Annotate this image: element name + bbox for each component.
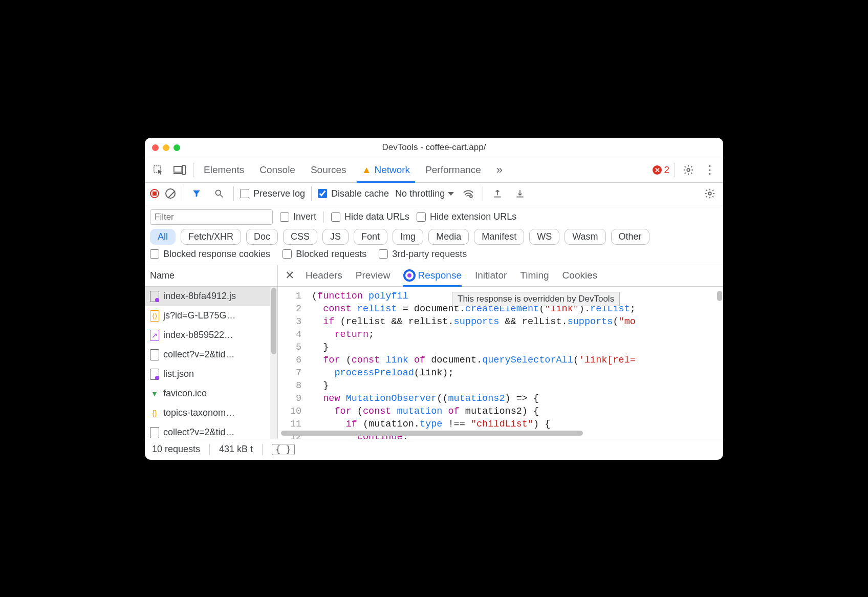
third-party-checkbox[interactable]: 3rd-party requests xyxy=(379,249,467,260)
request-count: 10 requests xyxy=(152,444,200,455)
export-har-icon[interactable] xyxy=(512,185,528,202)
scrollbar-thumb[interactable] xyxy=(271,288,276,354)
detail-tab-timing[interactable]: Timing xyxy=(520,265,549,286)
detail-tabs: ✕ HeadersPreviewResponseInitiatorTimingC… xyxy=(278,265,723,287)
hide-data-urls-label: Hide data URLs xyxy=(344,211,409,222)
panel-tab-elements[interactable]: Elements xyxy=(199,158,249,182)
record-button[interactable] xyxy=(150,189,159,198)
inspect-icon[interactable] xyxy=(150,162,166,178)
detail-tab-response[interactable]: Response xyxy=(403,265,462,287)
third-party-label: 3rd-party requests xyxy=(392,249,467,260)
request-row[interactable]: ▼favicon.ico xyxy=(145,384,277,403)
panel-tab-network[interactable]: ▲Network xyxy=(357,158,416,183)
panel-tab-performance[interactable]: Performance xyxy=(420,158,486,182)
request-detail-pane: ✕ HeadersPreviewResponseInitiatorTimingC… xyxy=(278,265,723,439)
request-row[interactable]: index-8bfa4912.js xyxy=(145,287,277,306)
settings-icon[interactable] xyxy=(680,162,697,178)
detail-tab-headers[interactable]: Headers xyxy=(306,265,342,286)
kebab-menu-icon[interactable]: ⋮ xyxy=(702,162,718,178)
titlebar: DevTools - coffee-cart.app/ xyxy=(145,138,723,158)
blocked-cookies-checkbox[interactable]: Blocked response cookies xyxy=(150,249,270,260)
type-chip-media[interactable]: Media xyxy=(428,229,469,245)
filter-toggle-icon[interactable] xyxy=(188,185,205,202)
device-toolbar-icon[interactable] xyxy=(171,162,188,178)
panel-tab-console[interactable]: Console xyxy=(254,158,300,182)
disable-cache-checkbox[interactable]: Disable cache xyxy=(318,188,389,199)
vertical-scrollbar[interactable] xyxy=(270,287,277,439)
divider xyxy=(233,186,234,201)
close-detail-button[interactable]: ✕ xyxy=(285,269,294,282)
minimize-window-button[interactable] xyxy=(163,144,169,151)
override-tooltip: This response is overridden by DevTools xyxy=(452,292,620,306)
name-column-header[interactable]: Name xyxy=(145,265,277,287)
type-chip-doc[interactable]: Doc xyxy=(246,229,278,245)
error-icon: ✕ xyxy=(653,165,662,175)
request-row[interactable]: list.json xyxy=(145,365,277,384)
request-name: index-8bfa4912.js xyxy=(163,291,236,302)
filter-input[interactable] xyxy=(150,209,273,225)
network-conditions-icon[interactable] xyxy=(460,185,476,202)
code-vertical-scrollbar[interactable] xyxy=(717,291,722,301)
chevron-down-icon xyxy=(448,192,454,196)
type-chip-fetchxhr[interactable]: Fetch/XHR xyxy=(181,229,241,245)
scrollbar-thumb[interactable] xyxy=(281,431,583,436)
request-name: collect?v=2&tid… xyxy=(163,349,235,360)
request-row[interactable]: {}topics-taxonom… xyxy=(145,403,277,423)
code-content[interactable]: (function polyfil const relList = docume… xyxy=(307,287,723,439)
type-chip-all[interactable]: All xyxy=(150,229,176,245)
detail-tab-preview[interactable]: Preview xyxy=(356,265,390,286)
zoom-window-button[interactable] xyxy=(173,144,180,151)
request-row[interactable]: collect?v=2&tid… xyxy=(145,345,277,365)
detail-tab-label: Timing xyxy=(520,270,549,281)
detail-tab-initiator[interactable]: Initiator xyxy=(475,265,507,286)
close-window-button[interactable] xyxy=(152,144,159,151)
error-count: 2 xyxy=(664,164,669,176)
type-chip-img[interactable]: Img xyxy=(393,229,423,245)
svg-point-5 xyxy=(215,190,221,195)
stylesheet-icon: ↗ xyxy=(150,330,159,341)
more-tabs-icon[interactable]: » xyxy=(491,162,508,178)
detail-tab-label: Cookies xyxy=(562,270,598,281)
request-row[interactable]: ↗index-b859522… xyxy=(145,326,277,345)
pretty-print-button[interactable]: { } xyxy=(272,444,295,455)
panel-tab-label: Sources xyxy=(311,164,346,176)
extra-filter-row: Blocked response cookies Blocked request… xyxy=(145,249,723,265)
svg-point-4 xyxy=(687,168,690,172)
hide-extension-urls-checkbox[interactable]: Hide extension URLs xyxy=(417,211,516,222)
svg-point-8 xyxy=(708,192,711,195)
panel-tab-sources[interactable]: Sources xyxy=(306,158,352,182)
svg-rect-2 xyxy=(182,165,185,174)
type-chip-manifest[interactable]: Manifest xyxy=(474,229,524,245)
type-chip-css[interactable]: CSS xyxy=(283,229,317,245)
request-name: topics-taxonom… xyxy=(163,408,235,418)
request-name: favicon.ico xyxy=(163,388,207,399)
type-chip-wasm[interactable]: Wasm xyxy=(565,229,605,245)
type-filter-chips: AllFetch/XHRDocCSSJSFontImgMediaManifest… xyxy=(145,227,723,249)
import-har-icon[interactable] xyxy=(489,185,506,202)
window-title: DevTools - coffee-cart.app/ xyxy=(145,142,723,153)
hide-data-urls-checkbox[interactable]: Hide data URLs xyxy=(331,211,409,222)
request-name: js?id=G-LB75G… xyxy=(163,310,236,321)
vue-icon: ▼ xyxy=(150,388,159,399)
blocked-requests-checkbox[interactable]: Blocked requests xyxy=(283,249,366,260)
type-chip-ws[interactable]: WS xyxy=(529,229,559,245)
search-icon[interactable] xyxy=(211,185,227,202)
type-chip-js[interactable]: JS xyxy=(322,229,349,245)
error-count-badge[interactable]: ✕ 2 xyxy=(653,164,669,176)
network-settings-icon[interactable] xyxy=(702,185,718,202)
type-chip-font[interactable]: Font xyxy=(354,229,387,245)
network-toolbar: Preserve log Disable cache No throttling xyxy=(145,183,723,205)
preserve-log-checkbox[interactable]: Preserve log xyxy=(240,188,305,199)
request-row[interactable]: collect?v=2&tid… xyxy=(145,423,277,439)
throttling-select[interactable]: No throttling xyxy=(395,188,454,199)
divider xyxy=(193,163,193,177)
request-name: list.json xyxy=(163,369,194,379)
divider xyxy=(311,186,312,201)
code-horizontal-scrollbar[interactable] xyxy=(278,431,718,437)
type-chip-other[interactable]: Other xyxy=(611,229,649,245)
request-row[interactable]: ⟨⟩js?id=G-LB75G… xyxy=(145,306,277,326)
invert-checkbox[interactable]: Invert xyxy=(280,211,316,222)
detail-tab-cookies[interactable]: Cookies xyxy=(562,265,598,286)
clear-button[interactable] xyxy=(165,188,176,199)
response-body: 123456789101112 (function polyfil const … xyxy=(278,287,723,439)
